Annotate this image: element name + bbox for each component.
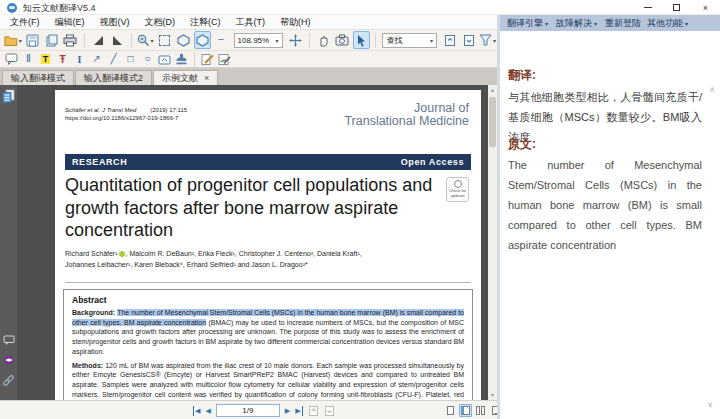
next-view-button[interactable] [324, 405, 335, 417]
highlight-text-button[interactable]: T [38, 52, 53, 66]
page-indicator-input[interactable]: 1/9 [216, 404, 280, 417]
troubleshoot-menu[interactable]: 故障解决▾ [556, 17, 599, 30]
rotate-left-button[interactable] [90, 31, 107, 49]
menu-item-document[interactable]: 文档(D) [145, 16, 176, 29]
zoom-tool-button[interactable]: ▾ [137, 31, 154, 49]
rotate-left-icon [92, 34, 105, 47]
facing-pages-view-button[interactable] [474, 404, 487, 417]
orcid-icon [119, 251, 125, 257]
search-combobox[interactable]: 查找 ▾ [382, 33, 437, 48]
print-button[interactable] [62, 31, 79, 49]
pan-zoom-button[interactable] [194, 31, 211, 49]
menu-item-file[interactable]: 文件(F) [10, 16, 40, 29]
journal-name-line2: Translational Medicine [344, 115, 469, 128]
tab-sample-document[interactable]: 示例文献 × [153, 70, 218, 85]
article-type-banner: RESEARCH Open Access [65, 154, 471, 170]
edit-annotation-button[interactable] [200, 52, 215, 66]
menu-item-tools[interactable]: 工具(T) [236, 16, 266, 29]
rotate-right-icon [111, 34, 124, 47]
open-file-button[interactable]: ▾ [4, 31, 22, 49]
viewer-sidebar [0, 85, 17, 400]
find-previous-button[interactable] [441, 31, 458, 49]
text-tool-icon: I [78, 54, 82, 65]
tab-close-icon[interactable]: × [204, 73, 209, 83]
menu-item-help[interactable]: 帮助(H) [280, 16, 311, 29]
menu-label: 翻译引擎 [507, 17, 543, 30]
source-label: 原文: [508, 136, 536, 153]
tab-input-translate-mode[interactable]: 输入翻译模式 [2, 70, 74, 85]
scroll-down-button[interactable]: ▼ [488, 390, 497, 400]
save-button[interactable] [24, 31, 41, 49]
document-tab-bar: 输入翻译模式 输入翻译模式2 示例文献 × [0, 68, 500, 85]
stamp-button[interactable] [174, 52, 189, 66]
hand-icon [317, 34, 330, 47]
thumbnails-panel-button[interactable] [2, 89, 15, 103]
zoom-level-combobox[interactable]: 108.95% ▾ [234, 33, 283, 48]
reading-mode-button[interactable] [2, 353, 15, 367]
dropdown-arrow-icon: ▾ [276, 37, 279, 44]
menu-item-annotate[interactable]: 注释(C) [190, 16, 221, 29]
next-page-button[interactable]: ▶ [285, 406, 290, 416]
up-arrow-icon: ▲ [490, 87, 495, 93]
save-as-button[interactable] [43, 31, 60, 49]
snapshot-button[interactable] [334, 31, 351, 49]
attachments-panel-button[interactable] [2, 373, 15, 387]
menu-item-edit[interactable]: 编辑(E) [55, 16, 85, 29]
strikeout-text-button[interactable]: Ŧ [55, 52, 70, 66]
minimize-icon [644, 7, 652, 8]
bookmark-panel-view-button[interactable] [459, 404, 472, 417]
hand-tool-button[interactable] [315, 31, 332, 49]
background-label: Background: [72, 309, 117, 316]
maximize-button[interactable] [662, 0, 691, 15]
loupe-tool-button[interactable] [175, 31, 192, 49]
typewriter-button[interactable]: Ⅱ [21, 52, 36, 66]
comments-panel-button[interactable] [2, 333, 15, 347]
select-tool-button[interactable] [353, 31, 370, 49]
pdf-scrollbar[interactable]: ▲ ▼ [488, 85, 497, 400]
close-button[interactable]: × [691, 0, 720, 15]
stamp-icon [175, 53, 188, 65]
rotate-right-button[interactable] [109, 31, 126, 49]
tab-label: 示例文献 [162, 72, 198, 85]
first-page-button[interactable]: ◀ [193, 406, 200, 416]
loupe-icon [177, 34, 190, 47]
ellipse-icon: ○ [144, 54, 150, 64]
previous-view-button[interactable] [308, 405, 319, 417]
arrow-annotation-button[interactable]: ↗ [89, 52, 104, 66]
page-indicator-value: 1/9 [242, 406, 253, 415]
comment-button[interactable] [4, 52, 19, 66]
scrollbar-thumb[interactable] [489, 97, 496, 147]
menu-item-view[interactable]: 视图(V) [100, 16, 130, 29]
translation-panel-menu: 翻译引擎▾ 故障解决▾ 重新登陆 其他功能▾ [500, 15, 720, 31]
scroll-up-button[interactable]: ▲ [488, 85, 497, 95]
signature-icon [218, 53, 231, 65]
attach-file-button[interactable] [157, 52, 172, 66]
marquee-zoom-button[interactable] [156, 31, 173, 49]
single-page-view-button[interactable] [444, 404, 457, 417]
edit-page-icon [201, 53, 214, 65]
previous-page-button[interactable]: ◀ [205, 406, 210, 416]
relogin-menu[interactable]: 重新登陆 [605, 17, 641, 30]
last-page-button[interactable]: ▶ [295, 406, 302, 416]
abstract-box: Abstract Background: The number of Mesen… [63, 289, 473, 400]
dropdown-arrow-icon: ▾ [430, 37, 433, 44]
panel-scroll-down-icon[interactable]: ∨ [707, 400, 713, 409]
find-next-button[interactable] [460, 31, 477, 49]
rectangle-annotation-button[interactable]: □ [123, 52, 138, 66]
ellipse-annotation-button[interactable]: ○ [140, 52, 155, 66]
menu-bar: 文件(F) 编辑(E) 视图(V) 文档(D) 注释(C) 工具(T) 帮助(H… [0, 15, 500, 29]
other-functions-menu[interactable]: 其他功能▾ [647, 17, 690, 30]
translation-engine-menu[interactable]: 翻译引擎▾ [507, 17, 550, 30]
line-annotation-button[interactable]: ╱ [106, 52, 121, 66]
tab-input-translate-mode-2[interactable]: 输入翻译模式2 [75, 70, 152, 85]
zoom-out-button[interactable]: − [213, 31, 230, 49]
zoom-fit-button[interactable] [287, 31, 304, 49]
dropdown-arrow-icon: ▾ [594, 20, 597, 27]
insert-text-button[interactable]: I [72, 52, 87, 66]
minimize-button[interactable] [633, 0, 662, 15]
sign-document-button[interactable] [217, 52, 232, 66]
panel-scroll-up-icon[interactable]: ∧ [709, 85, 715, 94]
filter-button[interactable]: ▾ [479, 31, 496, 49]
pdf-page[interactable]: Schäfer et al. J Transl Med(2019) 17:115… [55, 90, 481, 400]
citation-authors: Schäfer et al. J Transl Med [65, 107, 136, 113]
